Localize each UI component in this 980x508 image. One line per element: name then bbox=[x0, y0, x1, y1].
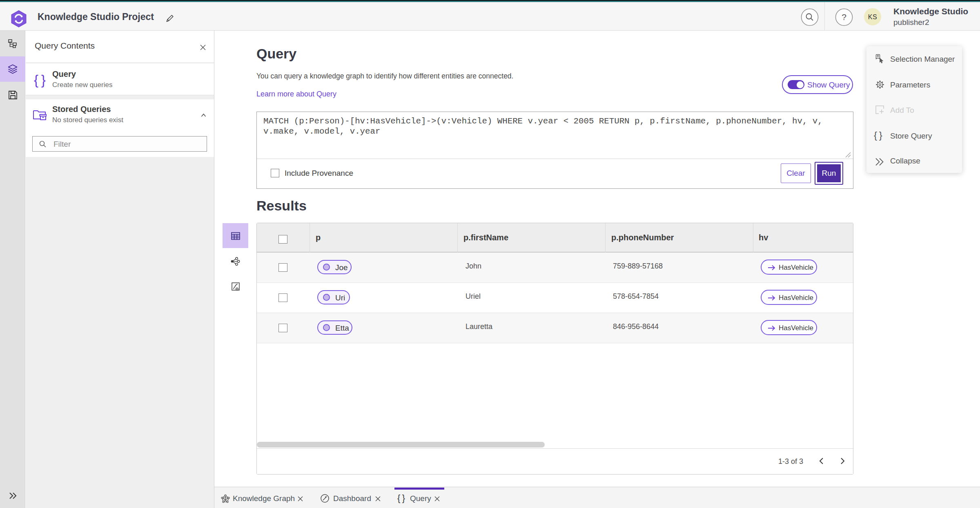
svg-text:?: ? bbox=[842, 12, 846, 22]
